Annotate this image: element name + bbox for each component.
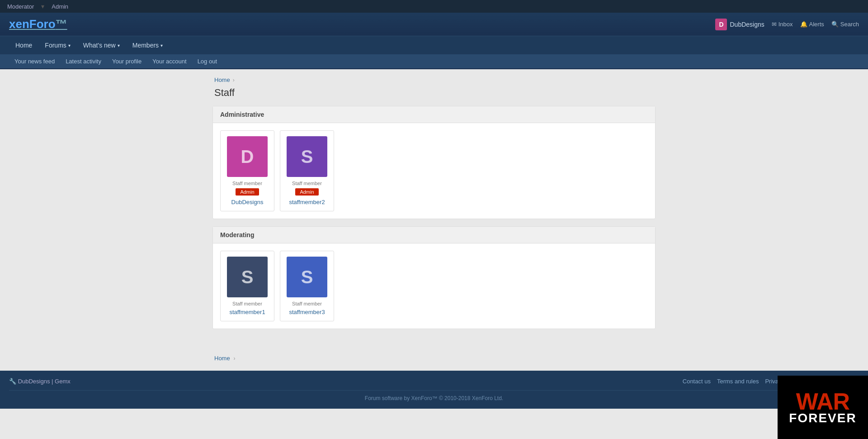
staff-avatar-staffmember1: S bbox=[227, 257, 268, 297]
subnav-log-out[interactable]: Log out bbox=[192, 54, 222, 68]
nav-home-label: Home bbox=[15, 42, 32, 49]
administrative-section: Administrative D Staff member Admin DubD… bbox=[212, 106, 656, 219]
inbox-button[interactable]: ✉ Inbox bbox=[772, 21, 793, 28]
staff-role-dubdesigns: Staff member bbox=[226, 181, 269, 186]
staff-card-dubdesigns[interactable]: D Staff member Admin DubDesigns bbox=[220, 130, 274, 211]
nav-members-arrow: ▾ bbox=[160, 43, 163, 48]
nav-home[interactable]: Home bbox=[9, 36, 38, 54]
inbox-icon: ✉ bbox=[772, 21, 777, 28]
user-name: DubDesigns bbox=[730, 21, 764, 28]
footer-breadcrumb: Home › bbox=[212, 350, 656, 371]
footer-plugin: 🔧 DubDesigns | Gemx bbox=[9, 378, 71, 385]
breadcrumb-home[interactable]: Home bbox=[214, 76, 230, 83]
admin-link[interactable]: Admin bbox=[52, 3, 68, 10]
breadcrumb: Home › bbox=[212, 76, 656, 83]
staff-role-staffmember1: Staff member bbox=[226, 301, 269, 306]
war-label: WAR bbox=[796, 388, 849, 409]
logo[interactable]: xenForo™ bbox=[9, 17, 67, 31]
staff-card-staffmember2[interactable]: S Staff member Admin staffmember2 bbox=[280, 130, 334, 211]
breadcrumb-sep: › bbox=[233, 77, 235, 83]
nav-whats-new-label: What's new bbox=[83, 42, 116, 49]
staff-badge-dubdesigns: Admin bbox=[236, 188, 259, 196]
footer-contact[interactable]: Contact us bbox=[683, 378, 711, 385]
war-forever-overlay: WAR FOREVER bbox=[778, 376, 868, 409]
staff-role-staffmember2: Staff member bbox=[286, 181, 328, 186]
footer-terms[interactable]: Terms and rules bbox=[717, 378, 759, 385]
war-text: WAR FOREVER bbox=[789, 391, 856, 409]
staff-name-dubdesigns[interactable]: DubDesigns bbox=[231, 199, 264, 205]
user-avatar: D bbox=[715, 19, 727, 30]
search-label: Search bbox=[840, 21, 859, 28]
sub-nav: Your news feed Latest activity Your prof… bbox=[0, 54, 868, 69]
footer-breadcrumb-sep: › bbox=[234, 355, 236, 362]
subnav-latest-activity[interactable]: Latest activity bbox=[60, 54, 107, 68]
alerts-label: Alerts bbox=[809, 21, 824, 28]
admin-sep: ▾ bbox=[41, 3, 44, 10]
staff-avatar-dubdesigns: D bbox=[227, 136, 268, 177]
staff-badge-staffmember2: Admin bbox=[295, 188, 318, 196]
admin-bar: Moderator ▾ Admin bbox=[0, 0, 868, 13]
moderating-content: S Staff member staffmember1 S Staff memb… bbox=[213, 243, 655, 329]
nav-forums[interactable]: Forums ▾ bbox=[38, 36, 76, 54]
search-icon: 🔍 bbox=[831, 21, 839, 28]
nav-whats-new[interactable]: What's new ▾ bbox=[77, 36, 126, 54]
subnav-your-account[interactable]: Your account bbox=[147, 54, 192, 68]
search-button[interactable]: 🔍 Search bbox=[831, 21, 859, 28]
page-title: Staff bbox=[212, 87, 656, 99]
footer-breadcrumb-home[interactable]: Home bbox=[214, 355, 230, 362]
nav-whats-new-arrow: ▾ bbox=[118, 43, 120, 48]
footer-copyright: Forum software by XenForo™ © 2010-2018 X… bbox=[9, 395, 859, 401]
staff-name-staffmember2[interactable]: staffmember2 bbox=[289, 199, 325, 205]
plugin-label: DubDesigns | Gemx bbox=[18, 378, 71, 385]
user-button[interactable]: D DubDesigns bbox=[715, 19, 764, 30]
subnav-your-profile[interactable]: Your profile bbox=[107, 54, 147, 68]
staff-avatar-staffmember2: S bbox=[287, 136, 327, 177]
nav-forums-label: Forums bbox=[45, 42, 66, 49]
staff-card-staffmember3[interactable]: S Staff member staffmember3 bbox=[280, 251, 334, 321]
bell-icon: 🔔 bbox=[800, 21, 807, 28]
nav-bar: Home Forums ▾ What's new ▾ Members ▾ bbox=[0, 36, 868, 54]
content-wrapper: Home › Staff Administrative D Staff memb… bbox=[212, 69, 656, 350]
administrative-content: D Staff member Admin DubDesigns S Staff … bbox=[213, 123, 655, 219]
main-header: xenForo™ D DubDesigns ✉ Inbox 🔔 Alerts 🔍… bbox=[0, 13, 868, 36]
moderating-header: Moderating bbox=[213, 227, 655, 243]
staff-name-staffmember1[interactable]: staffmember1 bbox=[229, 309, 265, 315]
administrative-header: Administrative bbox=[213, 106, 655, 123]
logo-foro: Foro bbox=[29, 17, 56, 31]
alerts-button[interactable]: 🔔 Alerts bbox=[800, 21, 824, 28]
logo-xen: xen bbox=[9, 17, 29, 31]
staff-card-staffmember1[interactable]: S Staff member staffmember1 bbox=[220, 251, 274, 321]
footer-top: 🔧 DubDesigns | Gemx Contact us Terms and… bbox=[9, 378, 859, 391]
header-right: D DubDesigns ✉ Inbox 🔔 Alerts 🔍 Search bbox=[715, 19, 859, 30]
moderating-section: Moderating S Staff member staffmember1 S… bbox=[212, 226, 656, 329]
plugin-icon: 🔧 bbox=[9, 378, 16, 385]
subnav-news-feed[interactable]: Your news feed bbox=[9, 54, 60, 68]
footer: 🔧 DubDesigns | Gemx Contact us Terms and… bbox=[0, 371, 868, 409]
staff-name-staffmember3[interactable]: staffmember3 bbox=[289, 309, 325, 315]
moderator-link[interactable]: Moderator bbox=[7, 3, 34, 10]
inbox-label: Inbox bbox=[778, 21, 793, 28]
staff-role-staffmember3: Staff member bbox=[286, 301, 328, 306]
nav-members-label: Members bbox=[132, 42, 159, 49]
nav-forums-arrow: ▾ bbox=[68, 43, 71, 48]
nav-members[interactable]: Members ▾ bbox=[126, 36, 169, 54]
staff-avatar-staffmember3: S bbox=[287, 257, 327, 297]
